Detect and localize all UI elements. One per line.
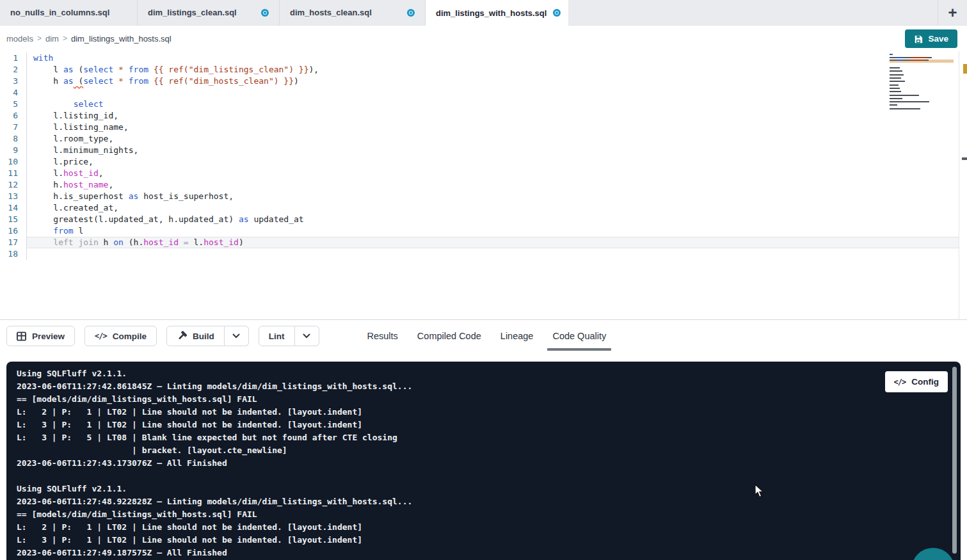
tab-compiled-code[interactable]: Compiled Code [408, 320, 491, 352]
new-tab-button[interactable]: + [938, 0, 967, 26]
minimap-line [890, 57, 954, 58]
file-tab-dim-listings-clean[interactable]: dim_listings_clean.sql [138, 0, 280, 25]
code-line: 1with [0, 52, 959, 64]
line-number: 2 [0, 64, 26, 76]
unsaved-changes-icon [553, 9, 561, 17]
line-content: select [26, 99, 959, 110]
code-token: l.listing_name, [53, 122, 128, 132]
code-line: 11 l.host_id, [0, 168, 959, 179]
file-tab-no-nulls-in-columns[interactable]: no_nulls_in_columns.sql [0, 0, 138, 25]
tab-label: Lineage [500, 331, 534, 341]
code-token: with [33, 53, 53, 63]
code-line: 3 h as (select * from {{ ref("dim_hosts_… [0, 76, 959, 87]
build-button[interactable]: Build [166, 326, 225, 346]
breadcrumb-file: dim_listings_with_hosts.sql [71, 34, 172, 44]
code-token: l. [194, 237, 204, 247]
file-tab-dim-listings-with-hosts[interactable]: dim_listings_with_hosts.sql [426, 0, 568, 26]
line-content [26, 248, 959, 260]
line-number: 9 [0, 145, 26, 156]
minimap-line [890, 111, 954, 113]
line-content: l.minimum_nights, [26, 145, 959, 156]
code-token: ( [74, 65, 84, 74]
line-number: 5 [0, 99, 26, 110]
config-button[interactable]: </> Config [885, 371, 948, 392]
result-tabs: Results Compiled Code Lineage Code Quali… [358, 320, 616, 352]
minimap-line [890, 60, 954, 63]
line-number: 16 [0, 225, 26, 237]
code-line: 7 l.listing_name, [0, 122, 959, 133]
code-token [113, 76, 118, 86]
preview-label: Preview [32, 332, 65, 341]
code-token: host_is_superhost, [138, 191, 234, 201]
line-content: h.host_name, [26, 179, 959, 191]
code-line: 8 l.room_type, [0, 133, 959, 145]
code-editor[interactable]: 1with2 l as (select * from {{ ref("dim_l… [0, 51, 967, 320]
lint-split-button: Lint [259, 326, 319, 346]
tab-results[interactable]: Results [358, 320, 408, 352]
code-token [148, 76, 154, 86]
unsaved-changes-icon [407, 9, 415, 17]
code-line: 14 l.created_at, [0, 202, 959, 214]
save-label: Save [928, 34, 948, 44]
minimap-line [890, 84, 954, 86]
line-number: 15 [0, 214, 26, 225]
minimap-line [890, 95, 954, 96]
line-content [26, 87, 959, 99]
lint-output-terminal: Using SQLFluff v2.1.1. 2023-06-06T11:27:… [6, 362, 961, 560]
terminal-output: Using SQLFluff v2.1.1. 2023-06-06T11:27:… [6, 362, 961, 559]
code-token: l.room_type, [53, 134, 113, 143]
config-label: Config [911, 377, 939, 387]
code-token: left join [53, 237, 98, 247]
tab-label: Compiled Code [417, 331, 481, 341]
line-number: 17 [0, 237, 26, 248]
line-content: greatest(l.updated_at, h.updated_at) as … [26, 214, 959, 225]
minimap-line [890, 64, 954, 65]
file-tab-bar: no_nulls_in_columns.sql dim_listings_cle… [0, 0, 967, 26]
minimap-line [890, 108, 954, 109]
code-token: ), [309, 65, 319, 74]
hammer-icon [177, 331, 187, 341]
lint-label: Lint [269, 332, 285, 341]
code-token: * [118, 76, 124, 86]
line-content: h as (select * from {{ ref("dim_hosts_cl… [26, 76, 959, 87]
code-line: 9 l.minimum_nights, [0, 145, 959, 156]
chevron-down-icon [232, 333, 240, 339]
code-token: host_id [143, 237, 179, 247]
compile-button[interactable]: </> Compile [84, 326, 157, 346]
build-dropdown-button[interactable] [225, 326, 249, 346]
line-content: l as (select * from {{ ref("dim_listings… [26, 64, 959, 76]
minimap[interactable] [890, 54, 954, 115]
code-token: l.created_at, [53, 203, 118, 212]
terminal-scrollbar[interactable] [952, 367, 957, 554]
lint-dropdown-button[interactable] [295, 326, 319, 346]
code-token: greatest(l.updated_at, h.updated_at) [53, 214, 239, 224]
code-token: on [113, 237, 124, 247]
code-token: , [99, 168, 104, 178]
file-tab-dim-hosts-clean[interactable]: dim_hosts_clean.sql [280, 0, 426, 25]
code-token: ( [74, 76, 84, 86]
code-token: updated_at [249, 214, 304, 224]
breadcrumb-models[interactable]: models [6, 34, 33, 44]
build-label: Build [193, 332, 214, 341]
scrollbar-position-marker[interactable] [962, 157, 967, 160]
save-button[interactable]: Save [905, 29, 957, 48]
code-token: , [108, 180, 113, 189]
tab-code-quality[interactable]: Code Quality [543, 320, 616, 352]
preview-button[interactable]: Preview [6, 326, 75, 346]
floppy-disk-icon [914, 35, 923, 44]
code-line: 2 l as (select * from {{ ref("dim_listin… [0, 64, 959, 76]
line-content: l.price, [26, 156, 959, 168]
chevron-down-icon [303, 333, 310, 339]
unsaved-changes-icon [261, 9, 269, 17]
line-content: from l [26, 225, 959, 237]
code-token: host_id [63, 168, 99, 178]
tab-lineage[interactable]: Lineage [491, 320, 543, 352]
minimap-line [890, 81, 954, 82]
code-token: select [83, 76, 113, 86]
breadcrumb-dim[interactable]: dim [45, 34, 59, 44]
code-token: as [63, 76, 74, 86]
line-number: 14 [0, 202, 26, 214]
lint-button[interactable]: Lint [259, 326, 295, 346]
code-token: (h. [124, 237, 143, 247]
tab-label: Code Quality [552, 331, 606, 341]
